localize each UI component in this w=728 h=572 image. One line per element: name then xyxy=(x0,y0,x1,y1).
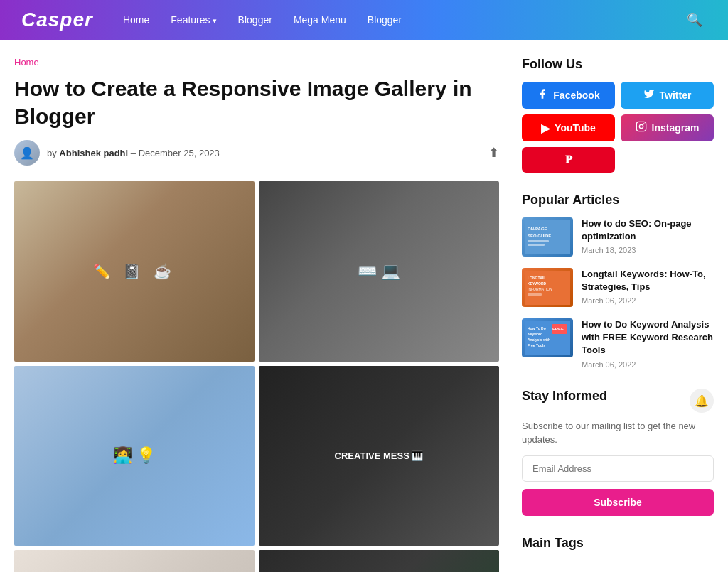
main-nav: Home Features Blogger Mega Menu Blogger xyxy=(114,10,682,30)
svg-text:SEO GUIDE: SEO GUIDE xyxy=(528,234,551,238)
subscribe-button[interactable]: Subscribe xyxy=(522,489,714,516)
instagram-button[interactable]: Instagram xyxy=(621,114,714,141)
pinterest-icon: 𝐏 xyxy=(565,153,572,166)
svg-rect-0 xyxy=(636,122,646,131)
svg-rect-7 xyxy=(528,244,545,246)
follow-us-section: Follow Us Facebook Twitter ▶ YouTube xyxy=(522,57,714,173)
page-wrap: Home How to Create a Responsive Image Ga… xyxy=(0,40,728,572)
article-3-info: How to Do Keyword Analysis with FREE Key… xyxy=(582,318,714,369)
avatar: 👤 xyxy=(14,140,40,166)
gallery-image-1 xyxy=(14,181,255,362)
svg-text:Keyword: Keyword xyxy=(528,332,542,336)
youtube-button[interactable]: ▶ YouTube xyxy=(522,114,615,141)
popular-article-2[interactable]: LONGTAIL KEYWORD INFORMATION Longtail Ke… xyxy=(522,268,714,307)
svg-text:How To Do: How To Do xyxy=(528,326,546,330)
by-label: by xyxy=(47,148,57,158)
svg-rect-6 xyxy=(528,240,549,242)
gallery-image-6 xyxy=(259,550,499,572)
svg-point-2 xyxy=(643,124,644,124)
breadcrumb[interactable]: Home xyxy=(14,57,499,68)
popular-articles-title: Popular Articles xyxy=(522,193,714,207)
article-2-date: March 06, 2022 xyxy=(582,296,714,305)
author-info: 👤 by Abhishek padhi – December 25, 2023 xyxy=(14,140,220,166)
pinterest-button[interactable]: 𝐏 xyxy=(522,147,615,173)
article-3-date: March 06, 2022 xyxy=(582,360,714,369)
youtube-icon: ▶ xyxy=(541,122,550,135)
svg-text:FREE: FREE xyxy=(552,327,564,331)
svg-text:INFORMATION: INFORMATION xyxy=(528,287,552,291)
article-2-title: Longtail Keywords: How-To, Strategies, T… xyxy=(582,268,714,293)
stay-informed-header: Stay Informed 🔔 xyxy=(522,389,714,414)
article-thumb-1: ON-PAGE SEO GUIDE xyxy=(522,217,573,257)
logo[interactable]: Casper xyxy=(21,9,93,31)
article-2-info: Longtail Keywords: How-To, Strategies, T… xyxy=(582,268,714,307)
share-icon[interactable]: ⬆ xyxy=(488,145,499,161)
gallery-image-4 xyxy=(259,366,499,546)
instagram-icon xyxy=(636,121,647,135)
email-input[interactable] xyxy=(522,455,714,482)
gallery-image-2 xyxy=(259,181,499,362)
article-thumb-3: How To Do Keyword Analysis with Free Too… xyxy=(522,318,573,357)
main-tags-title: Main Tags xyxy=(522,536,714,551)
stay-desc: Subscribe to our mailing list to get the… xyxy=(522,419,714,447)
svg-rect-12 xyxy=(528,293,542,296)
popular-article-3[interactable]: How To Do Keyword Analysis with Free Too… xyxy=(522,318,714,369)
image-grid xyxy=(14,181,499,572)
article-title: How to Create a Responsive Image Gallery… xyxy=(14,75,499,130)
svg-text:Analysis with: Analysis with xyxy=(528,338,550,342)
header: Casper Home Features Blogger Mega Menu B… xyxy=(0,0,728,40)
author-text: by Abhishek padhi – December 25, 2023 xyxy=(47,148,220,158)
stay-informed-section: Stay Informed 🔔 Subscribe to our mailing… xyxy=(522,389,714,516)
svg-text:LONGTAIL: LONGTAIL xyxy=(528,276,545,280)
author-name[interactable]: Abhishek padhi xyxy=(59,148,128,158)
facebook-button[interactable]: Facebook xyxy=(522,82,615,109)
nav-blogger-1[interactable]: Blogger xyxy=(230,10,281,30)
main-content: Home How to Create a Responsive Image Ga… xyxy=(14,57,499,572)
dash: – xyxy=(131,148,136,158)
nav-mega-menu[interactable]: Mega Menu xyxy=(285,10,355,30)
svg-point-1 xyxy=(639,124,643,128)
popular-article-1[interactable]: ON-PAGE SEO GUIDE How to do SEO: On-page… xyxy=(522,217,714,257)
nav-blogger-2[interactable]: Blogger xyxy=(359,10,410,30)
author-row: 👤 by Abhishek padhi – December 25, 2023 … xyxy=(14,140,499,166)
main-tags-section: Main Tags xyxy=(522,536,714,551)
sidebar: Follow Us Facebook Twitter ▶ YouTube xyxy=(522,57,714,572)
twitter-icon xyxy=(643,88,655,102)
facebook-icon xyxy=(537,88,548,102)
twitter-button[interactable]: Twitter xyxy=(621,82,714,109)
article-1-date: March 18, 2023 xyxy=(582,246,714,254)
gallery-image-3 xyxy=(14,366,255,546)
article-date: December 25, 2023 xyxy=(139,148,220,158)
social-grid: Facebook Twitter ▶ YouTube Instagram xyxy=(522,82,714,141)
popular-articles-section: Popular Articles ON-PAGE SEO GUIDE How t… xyxy=(522,193,714,369)
article-1-info: How to do SEO: On-page optimization Marc… xyxy=(582,217,714,257)
stay-informed-title: Stay Informed xyxy=(522,389,607,404)
svg-text:Free Tools: Free Tools xyxy=(528,343,545,347)
follow-us-title: Follow Us xyxy=(522,57,714,72)
article-thumb-2: LONGTAIL KEYWORD INFORMATION xyxy=(522,268,573,307)
article-3-title: How to Do Keyword Analysis with FREE Key… xyxy=(582,318,714,357)
svg-text:ON-PAGE: ON-PAGE xyxy=(528,227,547,231)
article-1-title: How to do SEO: On-page optimization xyxy=(582,217,714,243)
svg-text:KEYWORD: KEYWORD xyxy=(528,281,547,286)
nav-features[interactable]: Features xyxy=(162,10,225,30)
bell-icon: 🔔 xyxy=(690,389,714,413)
search-icon[interactable]: 🔍 xyxy=(682,8,707,32)
gallery-image-5 xyxy=(14,550,255,572)
nav-home[interactable]: Home xyxy=(114,10,158,30)
